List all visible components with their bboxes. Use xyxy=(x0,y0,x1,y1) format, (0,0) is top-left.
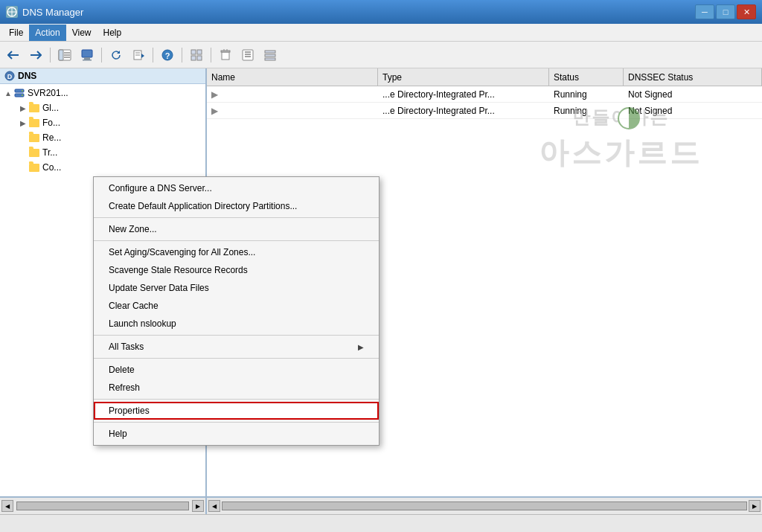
title-bar-left: DNS Manager xyxy=(6,6,83,18)
svg-rect-30 xyxy=(265,51,275,53)
col-header-name[interactable]: Name xyxy=(207,68,378,86)
ctx-sep-2 xyxy=(94,240,379,241)
tree-node-re[interactable]: Re... xyxy=(0,130,205,145)
folder-re-icon xyxy=(28,132,40,144)
toolbar-separator-1 xyxy=(50,48,51,63)
ctx-refresh[interactable]: Refresh xyxy=(94,379,379,397)
tree-node-co-label: Co... xyxy=(42,162,61,173)
tree-header: D DNS xyxy=(0,68,205,84)
help-button[interactable]: ? xyxy=(157,45,178,65)
svg-rect-8 xyxy=(82,50,92,57)
toolbar-separator-3 xyxy=(153,48,153,63)
toolbar-separator-2 xyxy=(101,48,102,63)
back-button[interactable] xyxy=(3,45,24,65)
show-tree-button[interactable] xyxy=(54,45,75,65)
cell-type-2: ...e Directory-Integrated Pr... xyxy=(378,106,549,116)
cell-status-2: Running xyxy=(549,106,624,116)
export-button[interactable] xyxy=(128,45,149,65)
expand-icon-fo: ▶ xyxy=(18,119,28,127)
svg-rect-31 xyxy=(265,54,275,57)
scroll-thumb-left[interactable] xyxy=(16,501,189,510)
col-header-dnssec[interactable]: DNSSEC Status xyxy=(624,68,762,86)
ctx-help[interactable]: Help xyxy=(94,425,379,443)
scroll-right-btn[interactable]: ▶ xyxy=(192,500,204,512)
refresh-button[interactable] xyxy=(106,45,127,65)
col-header-status[interactable]: Status xyxy=(549,68,624,86)
list-row-1[interactable]: ▶ ...e Directory-Integrated Pr... Runnin… xyxy=(207,86,762,103)
ctx-properties[interactable]: Properties xyxy=(94,402,379,420)
svg-rect-23 xyxy=(221,51,230,52)
menu-help[interactable]: Help xyxy=(97,25,128,41)
svg-marker-15 xyxy=(141,54,144,58)
grid-view-button[interactable] xyxy=(186,45,207,65)
ctx-all-tasks[interactable]: All Tasks ▶ xyxy=(94,338,379,356)
ctx-clear-cache[interactable]: Clear Cache xyxy=(94,297,379,315)
ctx-configure-dns[interactable]: Configure a DNS Server... xyxy=(94,179,379,197)
folder-fo-icon xyxy=(28,117,40,129)
scroll-left-btn2[interactable]: ◀ xyxy=(208,500,220,512)
menu-view[interactable]: View xyxy=(66,25,97,41)
forward-button[interactable] xyxy=(25,45,46,65)
svg-rect-21 xyxy=(197,56,202,60)
context-menu: Configure a DNS Server... Create Default… xyxy=(93,176,380,446)
svg-rect-22 xyxy=(222,52,229,60)
close-button[interactable]: ✕ xyxy=(737,4,756,19)
ctx-delete[interactable]: Delete xyxy=(94,361,379,379)
title-bar: DNS Manager ─ □ ✕ xyxy=(0,0,762,24)
ctx-scavenge[interactable]: Scavenge Stale Resource Records xyxy=(94,261,379,279)
svg-text:D: D xyxy=(7,73,13,80)
app-icon xyxy=(6,6,18,18)
svg-rect-4 xyxy=(59,50,63,60)
expand-icon: ▲ xyxy=(3,89,13,97)
svg-rect-20 xyxy=(191,56,196,60)
tree-node-gl-label: Gl... xyxy=(42,103,59,113)
list-row-2[interactable]: ▶ ...e Directory-Integrated Pr... Runnin… xyxy=(207,103,762,119)
cell-dnssec-2: Not Signed xyxy=(624,106,762,116)
ctx-set-aging[interactable]: Set Aging/Scavenging for All Zones... xyxy=(94,243,379,261)
toolbar: ? xyxy=(0,42,762,68)
minimize-button[interactable]: ─ xyxy=(695,4,714,19)
scrollbar-left: ◀ ▶ xyxy=(0,498,207,514)
col-header-type[interactable]: Type xyxy=(378,68,549,86)
svg-rect-18 xyxy=(191,50,196,54)
ctx-create-default[interactable]: Create Default Application Directory Par… xyxy=(94,197,379,215)
delete-button[interactable] xyxy=(215,45,236,65)
list-header: Name Type Status DNSSEC Status xyxy=(207,68,762,86)
ctx-sep-3 xyxy=(94,335,379,336)
cell-name-2: ▶ xyxy=(207,106,378,116)
svg-rect-9 xyxy=(84,57,90,60)
tree-node-gl[interactable]: ▶ Gl... xyxy=(0,100,205,115)
svg-text:?: ? xyxy=(165,51,170,60)
tree-node-tr-label: Tr... xyxy=(42,147,57,158)
window-title: DNS Manager xyxy=(22,7,83,18)
scroll-right-btn2[interactable]: ▶ xyxy=(749,500,761,512)
scroll-left-btn[interactable]: ◀ xyxy=(1,500,13,512)
ctx-launch-nslookup[interactable]: Launch nslookup xyxy=(94,315,379,333)
ctx-sep-1 xyxy=(94,217,379,218)
tree-node-tr[interactable]: Tr... xyxy=(0,145,205,160)
expand-icon-re xyxy=(18,134,28,142)
tree-node-fo[interactable]: ▶ Fo... xyxy=(0,115,205,130)
menu-bar: File Action View Help xyxy=(0,24,762,42)
main-area: D DNS ▲ SVR201... ▶ xyxy=(0,68,762,496)
expand-icon-tr xyxy=(18,149,28,157)
properties-button[interactable] xyxy=(237,45,258,65)
ctx-update-files[interactable]: Update Server Data Files xyxy=(94,279,379,297)
ctx-sep-5 xyxy=(94,399,379,400)
svg-rect-32 xyxy=(265,58,275,60)
svg-rect-26 xyxy=(243,50,253,60)
menu-file[interactable]: File xyxy=(3,25,29,41)
scroll-thumb-right[interactable] xyxy=(222,501,747,510)
toolbar-separator-5 xyxy=(211,48,211,63)
maximize-button[interactable]: □ xyxy=(716,4,735,19)
folder-co-icon xyxy=(28,161,40,173)
computer-button[interactable] xyxy=(77,45,97,65)
ctx-new-zone[interactable]: New Zone... xyxy=(94,220,379,238)
menu-action[interactable]: Action xyxy=(29,25,65,41)
tree-node-label: SVR201... xyxy=(28,88,68,98)
tree-node-co[interactable]: Co... xyxy=(0,160,205,175)
list-view-button[interactable] xyxy=(260,45,281,65)
tree-node-dns[interactable]: ▲ SVR201... xyxy=(0,86,205,100)
status-bar xyxy=(0,514,762,532)
ctx-sep-4 xyxy=(94,358,379,359)
